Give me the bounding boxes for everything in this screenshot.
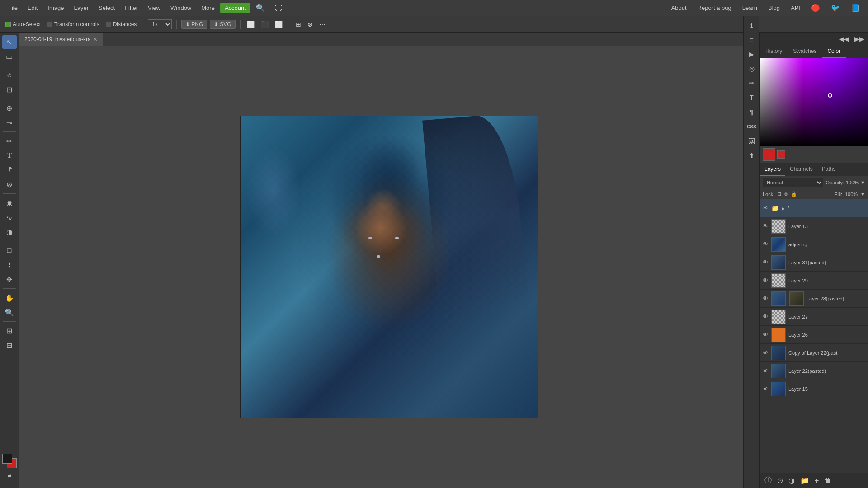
- menu-view[interactable]: View: [143, 3, 165, 13]
- menu-report-bug[interactable]: Report a bug: [693, 3, 736, 13]
- layer-item-1[interactable]: 👁 adjustng: [760, 235, 868, 253]
- layer-item-3[interactable]: 👁 Layer 29: [760, 272, 868, 290]
- tool-grid[interactable]: ⊞: [2, 324, 17, 338]
- menu-layer[interactable]: Layer: [70, 3, 94, 13]
- layer-mask-button[interactable]: ⊙: [775, 475, 785, 486]
- layer-item-0[interactable]: 👁 Layer 13: [760, 217, 868, 235]
- right-img-btn[interactable]: 🖼: [745, 135, 758, 147]
- tool-heal[interactable]: ⊛: [2, 178, 17, 191]
- layer-eye-2[interactable]: 👁: [763, 259, 769, 266]
- menu-select[interactable]: Select: [94, 3, 119, 13]
- fg-color-big-swatch[interactable]: [763, 148, 775, 161]
- export-svg-button[interactable]: ⬇ SVG: [210, 20, 235, 29]
- layer-item-9[interactable]: 👁 Layer 15: [760, 380, 868, 398]
- warp-button[interactable]: ⊗: [306, 20, 315, 29]
- tool-zoom[interactable]: 🔍: [2, 305, 17, 319]
- layer-item-2[interactable]: 👁 Layer 31(pasted): [760, 253, 868, 272]
- tool-crop[interactable]: ⊡: [2, 83, 17, 96]
- tool-select[interactable]: ▭: [2, 50, 17, 63]
- tool-smudge[interactable]: ∿: [2, 211, 17, 224]
- align-right-button[interactable]: ⬜: [273, 20, 284, 29]
- tool-move[interactable]: ↖: [2, 35, 17, 49]
- right-compass-btn[interactable]: ◎: [745, 62, 758, 75]
- opacity-arrow[interactable]: ▼: [860, 180, 865, 185]
- canvas-image[interactable]: [240, 116, 538, 418]
- layer-item-4[interactable]: 👁 Layer 28(pasted): [760, 290, 868, 308]
- tab-color[interactable]: Color: [822, 45, 846, 58]
- tool-measure[interactable]: ⊸: [2, 116, 17, 129]
- right-play-btn[interactable]: ▶: [745, 48, 758, 61]
- layer-eye-3[interactable]: 👁: [763, 277, 769, 284]
- tool-dodge[interactable]: ◑: [2, 225, 17, 239]
- tool-brush[interactable]: ✏: [2, 134, 17, 148]
- bg-color-small-swatch[interactable]: [777, 150, 785, 159]
- menu-image[interactable]: Image: [43, 3, 68, 13]
- more-button[interactable]: ⋯: [317, 20, 327, 29]
- color-picker-gradient[interactable]: [760, 58, 868, 146]
- tab-paths[interactable]: Paths: [817, 163, 840, 176]
- tool-ruler[interactable]: ⊟: [2, 338, 17, 352]
- tool-path[interactable]: ⌇: [2, 258, 17, 272]
- right-brush-btn[interactable]: ✏: [745, 77, 758, 89]
- layer-item-5[interactable]: 👁 Layer 27: [760, 308, 868, 326]
- menu-facebook-icon[interactable]: 📘: [846, 2, 864, 14]
- transform-controls-control[interactable]: Transform controls: [45, 20, 101, 28]
- tool-shape[interactable]: □: [2, 244, 17, 257]
- menu-blog[interactable]: Blog: [764, 3, 784, 13]
- transform-checkbox[interactable]: [47, 22, 52, 27]
- document-tab[interactable]: 2020-04-19_mysterious-kra ×: [19, 33, 103, 46]
- layer-eye-0[interactable]: 👁: [763, 223, 769, 230]
- tab-channels[interactable]: Channels: [785, 163, 817, 176]
- layer-item-root[interactable]: 👁 📁 ▸ /: [760, 199, 868, 217]
- tab-layers[interactable]: Layers: [760, 163, 785, 176]
- auto-select-control[interactable]: Auto-Select: [4, 20, 42, 28]
- layer-adj-button[interactable]: ◑: [787, 475, 797, 486]
- layer-item-7[interactable]: 👁 Copy of Layer 22(past: [760, 344, 868, 362]
- fill-arrow[interactable]: ▼: [860, 192, 865, 197]
- align-center-button[interactable]: ⬛: [259, 20, 270, 29]
- layer-group-button[interactable]: 📁: [798, 475, 811, 486]
- color-swatches[interactable]: [2, 454, 17, 468]
- menu-api[interactable]: API: [786, 3, 805, 13]
- right-export-btn[interactable]: ⬆: [745, 149, 758, 162]
- tool-blur[interactable]: ◉: [2, 196, 17, 210]
- menu-fullscreen-icon[interactable]: ⛶: [270, 2, 287, 14]
- document-tab-close[interactable]: ×: [94, 36, 97, 43]
- blend-mode-select[interactable]: Normal Multiply Screen Overlay: [763, 178, 823, 187]
- menu-more[interactable]: More: [197, 3, 219, 13]
- menu-search-icon[interactable]: 🔍: [251, 2, 269, 14]
- layer-add-button[interactable]: +: [813, 476, 821, 486]
- tool-text-bold[interactable]: T̈: [2, 163, 17, 177]
- lock-pixel-icon[interactable]: ⊞: [777, 191, 781, 197]
- align-left-button[interactable]: ⬜: [245, 20, 256, 29]
- layer-eye-4[interactable]: 👁: [763, 295, 769, 302]
- layer-eye-1[interactable]: 👁: [763, 241, 769, 248]
- layer-delete-button[interactable]: 🗑: [822, 476, 833, 486]
- lock-pos-icon[interactable]: ✙: [784, 191, 788, 197]
- menu-about[interactable]: About: [667, 3, 691, 13]
- tool-hand[interactable]: ✋: [2, 291, 17, 305]
- menu-account[interactable]: Account: [220, 3, 250, 13]
- layer-fx-button[interactable]: ⓕ: [763, 475, 774, 486]
- tool-lasso[interactable]: ⌾: [2, 68, 17, 82]
- zoom-select[interactable]: 1x 2x 0.5x: [148, 19, 172, 29]
- tool-move2[interactable]: ✥: [2, 272, 17, 286]
- right-para-btn[interactable]: ¶: [745, 106, 758, 118]
- menu-edit[interactable]: Edit: [23, 3, 42, 13]
- panel-collapse-right[interactable]: ▶▶: [853, 34, 866, 43]
- distances-control[interactable]: Distances: [104, 20, 139, 28]
- menu-window[interactable]: Window: [166, 3, 196, 13]
- export-png-button[interactable]: ⬇ PNG: [181, 20, 207, 29]
- distances-checkbox[interactable]: [106, 22, 111, 27]
- layer-eye-5[interactable]: 👁: [763, 313, 769, 320]
- tab-swatches[interactable]: Swatches: [788, 45, 822, 58]
- lock-all-icon[interactable]: 🔒: [791, 191, 797, 197]
- right-css-btn[interactable]: CSS: [745, 120, 758, 133]
- menu-filter[interactable]: Filter: [120, 3, 142, 13]
- tab-history[interactable]: History: [760, 45, 788, 58]
- panel-collapse-left[interactable]: ◀◀: [837, 34, 851, 43]
- layer-item-8[interactable]: 👁 Layer 22(pasted): [760, 362, 868, 380]
- menu-learn[interactable]: Learn: [738, 3, 762, 13]
- right-list-btn[interactable]: ≡: [745, 33, 758, 46]
- tool-swap-colors[interactable]: ⇄: [2, 469, 17, 483]
